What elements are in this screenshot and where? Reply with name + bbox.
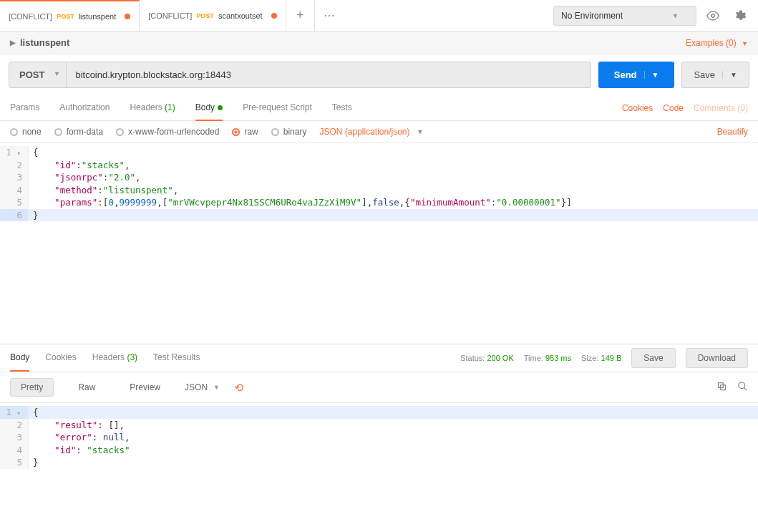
request-row: POST Send ▼ Save ▼ (0, 54, 758, 95)
response-tabs-row: Body Cookies Headers (3) Test Results St… (0, 344, 758, 372)
copy-icon[interactable] (716, 381, 727, 394)
new-tab-button[interactable]: + (286, 0, 315, 31)
request-tabs: Params Authorization Headers (1) Body Pr… (10, 95, 352, 121)
chevron-down-icon: ▼ (672, 12, 679, 19)
examples-dropdown[interactable]: Examples (0) ▼ (686, 38, 748, 48)
unsaved-dot-icon (125, 14, 130, 19)
resp-tab-test-results[interactable]: Test Results (153, 344, 200, 372)
beautify-button[interactable]: Beautify (717, 127, 748, 137)
resp-tab-headers[interactable]: Headers (3) (92, 344, 137, 372)
unsaved-dot-icon (271, 13, 277, 19)
tab-method-badge: POST (57, 13, 74, 20)
tab-title: scantxoutset (218, 11, 263, 20)
body-type-urlencoded[interactable]: x-www-form-urlencoded (116, 127, 219, 137)
code-link[interactable]: Code (663, 103, 684, 113)
body-options-row: none form-data x-www-form-urlencoded raw… (0, 121, 758, 143)
format-select[interactable]: JSON ▼ (185, 382, 220, 392)
tab-title: listunspent (79, 12, 117, 21)
url-input[interactable] (67, 62, 591, 88)
request-tabs-row: Params Authorization Headers (1) Body Pr… (0, 95, 758, 121)
line-wrap-icon[interactable]: ⟲ (234, 381, 243, 395)
chevron-down-icon[interactable]: ▼ (722, 71, 737, 79)
tab-headers[interactable]: Headers (1) (130, 95, 175, 121)
tab-prefix: [CONFLICT] (9, 12, 52, 21)
tab-tests[interactable]: Tests (332, 95, 352, 121)
caret-right-icon: ▶ (10, 39, 16, 47)
save-response-button[interactable]: Save (631, 348, 675, 368)
resp-tab-body[interactable]: Body (10, 344, 29, 372)
environment-area: No Environment ▼ (546, 5, 758, 26)
top-bar: [CONFLICT] POST listunspent [CONFLICT] P… (0, 0, 758, 32)
body-type-raw[interactable]: raw (232, 127, 258, 137)
cookies-link[interactable]: Cookies (622, 103, 653, 113)
tab-listunspent[interactable]: [CONFLICT] POST listunspent (0, 0, 140, 31)
tab-method-badge: POST (196, 12, 214, 19)
tab-prefix: [CONFLICT] (148, 11, 192, 20)
tabs-area: [CONFLICT] POST listunspent [CONFLICT] P… (0, 0, 546, 31)
chevron-down-icon: ▼ (213, 384, 220, 391)
request-name: listunspent (20, 37, 69, 48)
tab-prescript[interactable]: Pre-request Script (243, 95, 312, 121)
breadcrumb[interactable]: ▶ listunspent (10, 37, 69, 48)
breadcrumb-row: ▶ listunspent Examples (0) ▼ (0, 32, 758, 54)
request-right-links: Cookies Code Comments (0) (622, 103, 748, 113)
http-method-select[interactable]: POST (9, 62, 67, 88)
chevron-down-icon: ▼ (742, 40, 748, 47)
save-button[interactable]: Save ▼ (681, 62, 749, 88)
request-body-editor[interactable]: 1 ▾{ 2 "id":"stacks", 3 "jsonrpc":"2.0",… (0, 143, 758, 344)
body-type-none[interactable]: none (10, 127, 42, 137)
body-type-binary[interactable]: binary (271, 127, 307, 137)
view-preview[interactable]: Preview (120, 379, 170, 396)
view-raw[interactable]: Raw (68, 379, 105, 396)
svg-point-3 (739, 382, 745, 389)
view-pretty[interactable]: Pretty (10, 378, 54, 397)
chevron-down-icon: ▼ (417, 128, 424, 135)
tab-overflow-button[interactable]: ⋯ (315, 0, 344, 31)
download-response-button[interactable]: Download (686, 348, 748, 368)
send-button[interactable]: Send ▼ (598, 62, 675, 88)
comments-link[interactable]: Comments (0) (694, 103, 748, 113)
eye-icon[interactable] (702, 5, 724, 26)
response-view-row: Pretty Raw Preview JSON ▼ ⟲ (0, 372, 758, 403)
content-type-select[interactable]: JSON (application/json) ▼ (319, 127, 423, 137)
gear-icon[interactable] (729, 5, 751, 26)
search-icon[interactable] (737, 381, 748, 394)
environment-label: No Environment (561, 11, 623, 21)
indicator-dot-icon (218, 105, 223, 110)
tab-params[interactable]: Params (10, 95, 39, 121)
svg-line-4 (744, 387, 747, 390)
response-body-editor[interactable]: 1 ▾{ 2 "result": [], 3 "error": null, 4 … (0, 403, 758, 496)
chevron-down-icon[interactable]: ▼ (644, 71, 659, 79)
body-type-form-data[interactable]: form-data (54, 127, 103, 137)
tab-scantxoutset[interactable]: [CONFLICT] POST scantxoutset (140, 0, 286, 31)
response-meta: Status: 200 OK Time: 953 ms Size: 149 B … (460, 348, 748, 368)
resp-tab-cookies[interactable]: Cookies (45, 344, 76, 372)
svg-point-0 (711, 14, 715, 17)
tab-authorization[interactable]: Authorization (59, 95, 110, 121)
environment-select[interactable]: No Environment ▼ (553, 6, 696, 26)
tab-body[interactable]: Body (195, 95, 223, 121)
